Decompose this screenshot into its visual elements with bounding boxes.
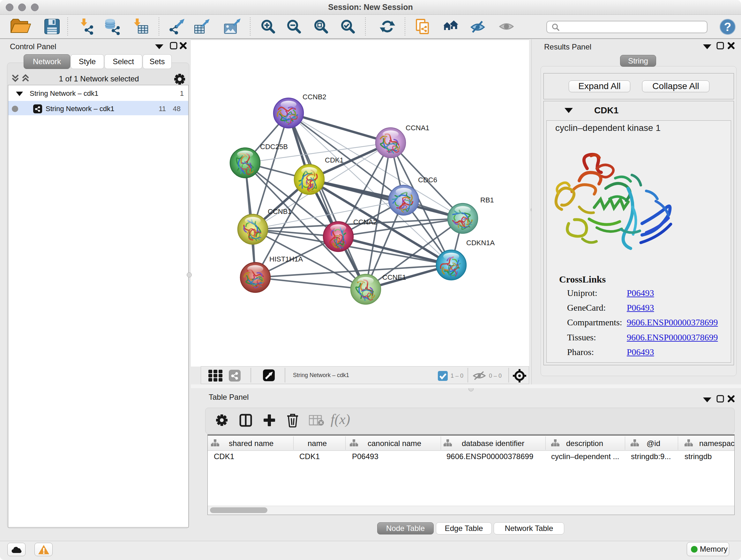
svg-text:CDC25B: CDC25B <box>260 143 288 151</box>
svg-text:CCNA1: CCNA1 <box>406 124 429 132</box>
svg-text:CCNB2: CCNB2 <box>302 93 327 101</box>
svg-text:CDKN1A: CDKN1A <box>466 239 495 247</box>
svg-text:CCNB1: CCNB1 <box>268 207 292 215</box>
svg-text:CCNA2: CCNA2 <box>353 218 377 226</box>
svg-text:RB1: RB1 <box>480 196 494 204</box>
svg-text:CDK1: CDK1 <box>325 156 344 164</box>
svg-text:CDC6: CDC6 <box>418 176 437 184</box>
svg-text:CCNE1: CCNE1 <box>382 273 406 281</box>
svg-text:HIST1H1A: HIST1H1A <box>269 255 303 263</box>
svg-text:?: ? <box>724 20 731 34</box>
